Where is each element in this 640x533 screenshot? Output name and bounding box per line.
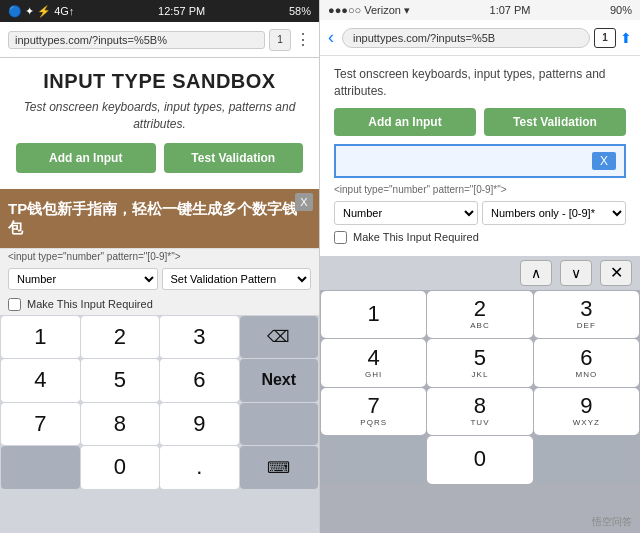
key-dot[interactable]: .: [160, 446, 239, 488]
right-ios-keyboard: ∧ ∨ ✕ 1 2 ABC 3 DEF 4 GHI 5: [320, 256, 640, 533]
ios-prev-btn[interactable]: ∧: [520, 260, 552, 286]
right-input-field: X: [334, 144, 626, 178]
right-tab-icon[interactable]: 1: [594, 28, 616, 48]
left-test-validation-btn[interactable]: Test Validation: [164, 143, 304, 173]
ios-key-5[interactable]: 5 JKL: [427, 339, 532, 386]
ios-key-6[interactable]: 6 MNO: [534, 339, 639, 386]
left-status-bar: 🔵 ✦ ⚡ 4G↑ 12:57 PM 58%: [0, 0, 319, 22]
ios-key-3[interactable]: 3 DEF: [534, 291, 639, 338]
key-4[interactable]: 4: [1, 359, 80, 401]
left-overlay-banner: TP钱包新手指南，轻松一键生成多个数字钱包 X: [0, 189, 319, 248]
ios-key-8[interactable]: 8 TUV: [427, 388, 532, 435]
right-panel: ●●●○○ Verizon ▾ 1:07 PM 90% ‹ inputtypes…: [320, 0, 640, 533]
ios-keyboard-toolbar: ∧ ∨ ✕: [320, 256, 640, 290]
key-2[interactable]: 2: [81, 316, 160, 358]
ios-key-9[interactable]: 9 WXYZ: [534, 388, 639, 435]
left-menu-dots[interactable]: ⋮: [295, 30, 311, 49]
key-3[interactable]: 3: [160, 316, 239, 358]
right-address-bar: ‹ inputtypes.com/?inputs=%5B 1 ⬆: [320, 20, 640, 56]
right-url-box[interactable]: inputtypes.com/?inputs=%5B: [342, 28, 590, 48]
left-select-pattern[interactable]: Set Validation Pattern: [162, 268, 312, 290]
right-battery: 90%: [610, 4, 632, 16]
key-5[interactable]: 5: [81, 359, 160, 401]
ios-key-empty-r: [534, 436, 639, 483]
right-input-selects: Number Numbers only - [0-9]*: [334, 201, 626, 225]
left-add-input-btn[interactable]: Add an Input: [16, 143, 156, 173]
right-input-clear[interactable]: X: [592, 152, 616, 170]
left-overlay-close[interactable]: X: [295, 193, 313, 211]
left-status-icons: 🔵 ✦ ⚡ 4G↑: [8, 5, 74, 18]
key-keyboard-icon[interactable]: ⌨: [240, 446, 319, 488]
key-empty-left: [1, 446, 80, 488]
left-url-box[interactable]: inputtypes.com/?inputs=%5B%: [8, 31, 265, 49]
left-required-checkbox: Make This Input Required: [0, 294, 319, 315]
right-select-pattern[interactable]: Numbers only - [0-9]*: [482, 201, 626, 225]
left-tab-icon[interactable]: 1: [269, 29, 291, 51]
left-keyboard: 1 2 3 ⌫ 4 5 6 Next 7 8 9 0 . ⌨: [0, 315, 319, 533]
left-overlay-text: TP钱包新手指南，轻松一键生成多个数字钱包: [8, 200, 297, 237]
ios-key-2[interactable]: 2 ABC: [427, 291, 532, 338]
key-9[interactable]: 9: [160, 403, 239, 445]
key-1[interactable]: 1: [1, 316, 80, 358]
right-input-label: <input type="number" pattern="[0-9]*">: [334, 182, 626, 197]
left-address-bar: inputtypes.com/?inputs=%5B% 1 ⋮: [0, 22, 319, 58]
right-status-bar: ●●●○○ Verizon ▾ 1:07 PM 90%: [320, 0, 640, 20]
ios-key-4[interactable]: 4 GHI: [321, 339, 426, 386]
left-required-label: Make This Input Required: [27, 298, 153, 310]
key-7[interactable]: 7: [1, 403, 80, 445]
right-add-input-btn[interactable]: Add an Input: [334, 108, 476, 136]
watermark: 悟空问答: [592, 515, 632, 529]
right-required-label: Make This Input Required: [353, 231, 479, 243]
key-6[interactable]: 6: [160, 359, 239, 401]
right-select-type[interactable]: Number: [334, 201, 478, 225]
left-sandbox-subtitle: Test onscreen keyboards, input types, pa…: [16, 99, 303, 133]
right-time: 1:07 PM: [490, 4, 531, 16]
ios-key-0[interactable]: 0: [427, 436, 532, 483]
key-empty-right: [240, 403, 319, 445]
right-sandbox-subtitle: Test onscreen keyboards, input types, pa…: [334, 66, 626, 100]
right-back-btn[interactable]: ‹: [328, 27, 338, 48]
ios-next-btn[interactable]: ∨: [560, 260, 592, 286]
left-input-label: <input type="number" pattern="[0-9]*">: [0, 248, 319, 264]
left-time: 12:57 PM: [158, 5, 205, 17]
left-required-check[interactable]: [8, 298, 21, 311]
ios-key-1[interactable]: 1: [321, 291, 426, 338]
right-share-btn[interactable]: ⬆: [620, 30, 632, 46]
left-battery: 58%: [289, 5, 311, 17]
ios-key-7[interactable]: 7 PQRS: [321, 388, 426, 435]
left-sandbox-title: INPUT TYPE SANDBOX: [16, 70, 303, 93]
right-sandbox-buttons: Add an Input Test Validation: [334, 108, 626, 136]
key-backspace[interactable]: ⌫: [240, 316, 319, 358]
ios-keys-grid: 1 2 ABC 3 DEF 4 GHI 5 JKL 6 MNO: [320, 290, 640, 533]
right-required-checkbox: Make This Input Required: [334, 231, 626, 244]
right-test-validation-btn[interactable]: Test Validation: [484, 108, 626, 136]
left-select-type[interactable]: Number: [8, 268, 158, 290]
key-0[interactable]: 0: [81, 446, 160, 488]
ios-key-empty-l: [321, 436, 426, 483]
left-input-selects: Number Set Validation Pattern: [0, 264, 319, 294]
key-next[interactable]: Next: [240, 359, 319, 401]
right-content: Test onscreen keyboards, input types, pa…: [320, 56, 640, 256]
right-required-check[interactable]: [334, 231, 347, 244]
left-content: INPUT TYPE SANDBOX Test onscreen keyboar…: [0, 58, 319, 189]
left-panel: 🔵 ✦ ⚡ 4G↑ 12:57 PM 58% inputtypes.com/?i…: [0, 0, 320, 533]
key-8[interactable]: 8: [81, 403, 160, 445]
ios-close-btn[interactable]: ✕: [600, 260, 632, 286]
right-number-input[interactable]: [344, 153, 592, 169]
left-sandbox-buttons: Add an Input Test Validation: [16, 143, 303, 173]
right-signal: ●●●○○ Verizon ▾: [328, 4, 410, 17]
